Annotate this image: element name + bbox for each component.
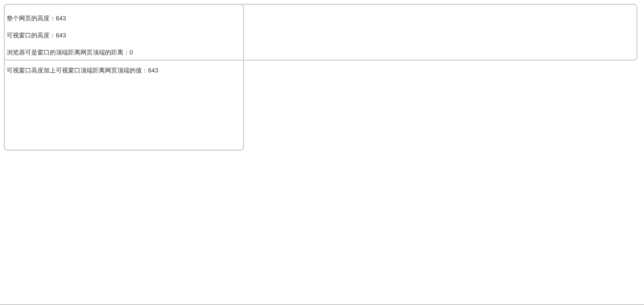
- outer-tall-box: [4, 4, 244, 151]
- metric-scroll-top: 浏览器可是窗口的顶端距离网页顶端的距离：0: [7, 48, 133, 57]
- metric-page-height: 整个网页的高度：643: [7, 14, 66, 23]
- metric-viewport-plus-scroll: 可视窗口高度加上可视窗口顶端距离网页顶端的值：643: [7, 66, 158, 75]
- metric-viewport-height: 可视窗口的高度：643: [7, 31, 66, 40]
